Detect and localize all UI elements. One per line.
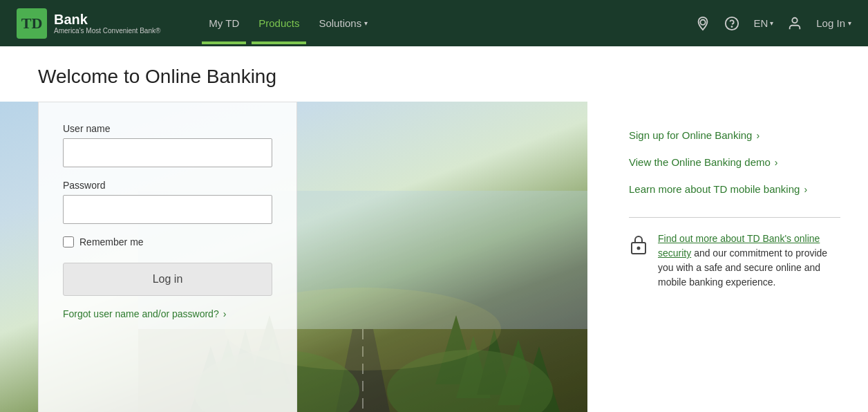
location-icon [695, 16, 710, 31]
user-icon [787, 16, 802, 31]
login-chevron-icon: ▾ [848, 19, 851, 27]
page-title: Welcome to Online Banking [0, 46, 868, 102]
lang-chevron-icon: ▾ [770, 19, 773, 27]
forgot-password-link[interactable]: Forgot user name and/or password? › [63, 308, 272, 319]
svg-point-0 [701, 19, 706, 24]
login-nav-btn[interactable]: Log In ▾ [816, 17, 851, 29]
divider [629, 217, 840, 218]
td-logo-icon: TD [17, 8, 47, 39]
right-panel: Sign up for Online Banking › View the On… [587, 102, 868, 412]
main-content: User name Password Remember me Log in Fo… [0, 102, 868, 412]
mobile-arrow-icon: › [804, 184, 807, 195]
login-submit-button[interactable]: Log in [63, 263, 272, 296]
left-panel: User name Password Remember me Log in Fo… [0, 102, 587, 412]
nav-links: My TD Products Solutions ▾ [160, 2, 695, 44]
demo-link[interactable]: View the Online Banking demo › [629, 156, 840, 168]
nav-link-mytd[interactable]: My TD [202, 2, 246, 44]
location-icon-btn[interactable] [695, 16, 710, 31]
password-label: Password [63, 180, 272, 191]
signup-arrow-icon: › [756, 130, 760, 141]
signup-link[interactable]: Sign up for Online Banking › [629, 129, 840, 141]
forgot-chevron-icon: › [223, 308, 227, 319]
help-icon [724, 16, 739, 31]
nav-right: EN ▾ Log In ▾ [695, 16, 851, 31]
nav-link-solutions[interactable]: Solutions ▾ [312, 2, 375, 44]
remember-me-label[interactable]: Remember me [79, 236, 144, 247]
lock-icon [629, 233, 648, 260]
svg-point-3 [793, 17, 798, 22]
remember-me-checkbox[interactable] [63, 236, 74, 247]
security-text: Find out more about TD Bank's online sec… [658, 232, 840, 290]
security-block: Find out more about TD Bank's online sec… [629, 232, 840, 290]
password-group: Password [63, 180, 272, 224]
password-input[interactable] [63, 195, 272, 224]
username-group: User name [63, 123, 272, 167]
brand-text: Bank America's Most Convenient Bank® [54, 12, 160, 35]
login-card: User name Password Remember me Log in Fo… [38, 102, 297, 412]
mobile-link[interactable]: Learn more about TD mobile banking › [629, 183, 840, 195]
demo-arrow-icon: › [775, 157, 778, 168]
language-selector[interactable]: EN ▾ [753, 17, 773, 29]
logo[interactable]: TD Bank America's Most Convenient Bank® [17, 8, 160, 39]
solutions-chevron-icon: ▾ [364, 19, 368, 27]
username-label: User name [63, 123, 272, 134]
remember-me-group: Remember me [63, 236, 272, 247]
nav-link-products[interactable]: Products [252, 2, 306, 44]
username-input[interactable] [63, 138, 272, 167]
main-nav: TD Bank America's Most Convenient Bank® … [0, 0, 868, 46]
help-icon-btn[interactable] [724, 16, 739, 31]
svg-point-22 [637, 247, 641, 250]
